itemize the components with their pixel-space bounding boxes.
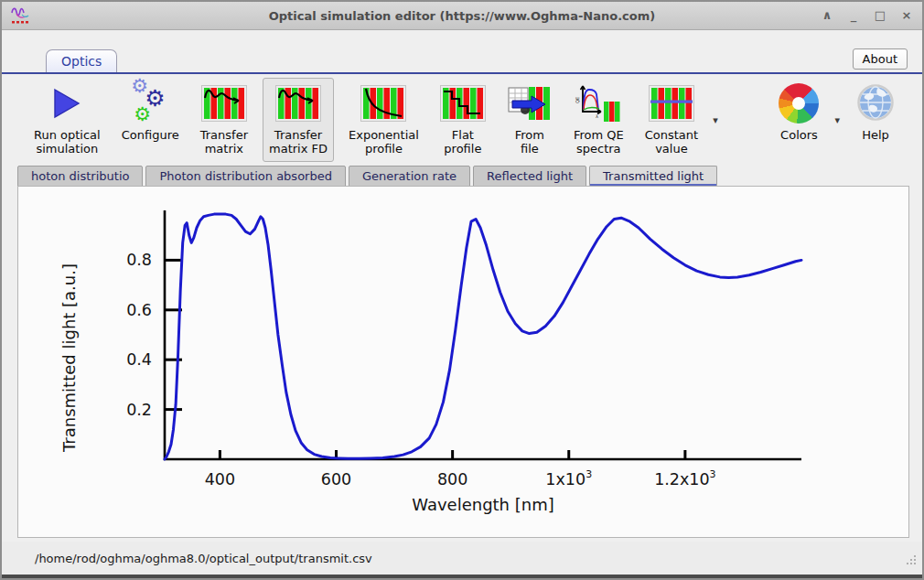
transfer-matrix-button[interactable]: Transfer matrix bbox=[194, 78, 254, 162]
exponential-profile-button[interactable]: Exponential profile bbox=[342, 78, 425, 162]
transmitted-light-chart: 0.20.40.60.84006008001x1031.2x103Wavelen… bbox=[18, 187, 908, 537]
toolbar-label: Run optical simulation bbox=[34, 129, 101, 156]
layer-stack-constant-icon bbox=[649, 82, 694, 124]
svg-text:QE: QE bbox=[575, 97, 580, 103]
svg-text:Transmitted light [a.u.]: Transmitted light [a.u.] bbox=[59, 263, 79, 453]
svg-text:Wavelength [nm]: Wavelength [nm] bbox=[412, 495, 554, 514]
configure-button[interactable]: ⚙ ⚙ ⚙ Configure bbox=[115, 78, 186, 148]
resize-grip-icon[interactable] bbox=[905, 552, 917, 569]
window-title: Optical simulation editor (https://www.O… bbox=[2, 9, 922, 23]
globe-icon bbox=[855, 82, 896, 124]
status-file-path: /home/rod/oghma/oghma8.0/optical_output/… bbox=[35, 552, 372, 565]
gears-icon: ⚙ ⚙ ⚙ bbox=[129, 82, 171, 124]
app-window: Optical simulation editor (https://www.O… bbox=[0, 0, 924, 580]
toolbar-label: Flat profile bbox=[444, 129, 481, 156]
svg-text:0.6: 0.6 bbox=[126, 301, 152, 319]
from-qe-spectra-button[interactable]: QE λ From QE spectra bbox=[567, 78, 630, 162]
tab-reflected-light[interactable]: Reflected light bbox=[473, 166, 586, 188]
minimize-button[interactable]: _ bbox=[847, 4, 860, 27]
svg-text:0.2: 0.2 bbox=[126, 401, 152, 419]
status-bar: /home/rod/oghma/oghma8.0/optical_output/… bbox=[2, 542, 922, 575]
play-icon bbox=[52, 82, 81, 124]
svg-text:0.4: 0.4 bbox=[126, 350, 152, 369]
constant-value-dropdown-icon[interactable]: ▾ bbox=[713, 114, 718, 126]
layer-stack-wave-icon bbox=[201, 82, 247, 124]
tab-transmitted-light[interactable]: Transmitted light bbox=[589, 166, 717, 188]
from-file-button[interactable]: From file bbox=[500, 78, 559, 162]
svg-text:1x103: 1x103 bbox=[545, 468, 592, 489]
file-import-icon bbox=[507, 82, 553, 124]
toolbar-label: Transfer matrix FD bbox=[269, 129, 328, 156]
transfer-matrix-fd-button[interactable]: Transfer matrix FD bbox=[263, 78, 334, 162]
svg-text:0.8: 0.8 bbox=[126, 251, 152, 269]
tab-optics[interactable]: Optics bbox=[46, 49, 117, 72]
constant-value-button[interactable]: Constant value bbox=[639, 78, 704, 162]
ribbon-header: Optics About bbox=[2, 30, 922, 74]
toolbar: Run optical simulation ⚙ ⚙ ⚙ Configure bbox=[2, 74, 922, 163]
toolbar-label: From file bbox=[515, 129, 544, 156]
layer-stack-exponential-icon bbox=[360, 82, 406, 124]
svg-text:600: 600 bbox=[321, 470, 351, 489]
qe-spectra-icon: QE λ bbox=[574, 82, 623, 124]
toolbar-label: Transfer matrix bbox=[200, 129, 248, 156]
colors-button[interactable]: Colors bbox=[772, 78, 825, 148]
toolbar-label: Configure bbox=[122, 129, 179, 143]
title-bar[interactable]: Optical simulation editor (https://www.O… bbox=[2, 2, 922, 30]
toolbar-label: Exponential profile bbox=[349, 129, 419, 156]
plot-panel: 0.20.40.60.84006008001x1031.2x103Wavelen… bbox=[17, 186, 909, 538]
tab-photon-distribution[interactable]: hoton distributio bbox=[17, 166, 143, 188]
tab-generation-rate[interactable]: Generation rate bbox=[349, 166, 470, 188]
view-tab-bar: hoton distributio Photon distribution ab… bbox=[17, 166, 717, 188]
about-button[interactable]: About bbox=[853, 48, 908, 70]
toolbar-label: From QE spectra bbox=[574, 129, 624, 156]
svg-text:1.2x103: 1.2x103 bbox=[654, 468, 715, 489]
run-optical-simulation-button[interactable]: Run optical simulation bbox=[27, 78, 107, 162]
close-button[interactable]: × bbox=[900, 4, 913, 27]
svg-text:λ: λ bbox=[596, 113, 598, 119]
color-wheel-icon bbox=[779, 82, 819, 124]
toolbar-label: Colors bbox=[780, 129, 818, 143]
toolbar-label: Help bbox=[862, 129, 889, 143]
flat-profile-button[interactable]: Flat profile bbox=[434, 78, 492, 162]
help-button[interactable]: Help bbox=[849, 78, 902, 148]
tab-photon-distribution-absorbed[interactable]: Photon distribution absorbed bbox=[145, 166, 345, 188]
toolbar-label: Constant value bbox=[645, 129, 698, 156]
window-bottom-edge bbox=[2, 575, 922, 578]
app-logo-icon bbox=[9, 5, 33, 26]
layer-stack-wave-icon bbox=[275, 82, 321, 124]
colors-dropdown-icon[interactable]: ▾ bbox=[834, 114, 840, 126]
svg-text:400: 400 bbox=[205, 470, 235, 489]
layer-stack-step-icon bbox=[440, 82, 486, 124]
maximize-button[interactable]: □ bbox=[874, 4, 886, 27]
svg-text:800: 800 bbox=[437, 470, 467, 489]
shade-button[interactable]: ∧ bbox=[821, 4, 833, 27]
